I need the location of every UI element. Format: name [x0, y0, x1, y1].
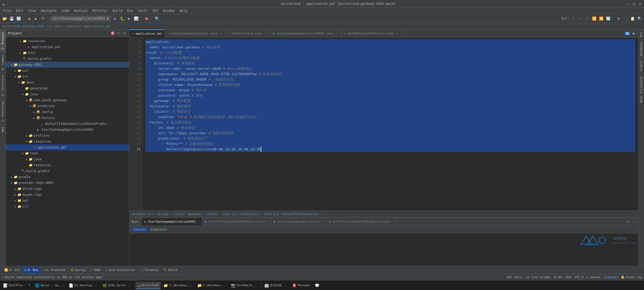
- tree-item-profiles[interactable]: ▶ 📁 profiles: [6, 133, 129, 139]
- tree-item-config[interactable]: ▶ 📦 config: [6, 109, 129, 115]
- tree-item-buildgradle1[interactable]: 🔨 build.gradle: [6, 56, 129, 62]
- tree-item-gradle1[interactable]: ▶ 📁 gradle: [6, 174, 129, 180]
- sc-predicates[interactable]: predicates:: [241, 212, 261, 216]
- run-content[interactable]: [129, 233, 638, 266]
- tree-item-comyootk[interactable]: ▼ 📦 com.yootk.gateway: [6, 97, 129, 103]
- stop-btn[interactable]: ⏹: [144, 16, 149, 21]
- status-event-log[interactable]: 🔔 Event Log: [621, 276, 642, 279]
- run-tab-start-gateway[interactable]: ▶ StartGatewayApplication9501 ×: [142, 218, 202, 226]
- back-btn[interactable]: ◀: [26, 16, 32, 21]
- status-encoding[interactable]: UTF-8: [575, 276, 584, 279]
- breadcrumb-microcloud[interactable]: microcloud: [2, 24, 20, 28]
- breadcrumb-resources[interactable]: resources: [65, 24, 81, 28]
- tab-route-predicate[interactable]: ☕ RoutePredicateFactory.java ×: [342, 30, 402, 37]
- tree-item-buildgradle2[interactable]: 🔨 build.gradle: [6, 168, 129, 174]
- tool-tab-spring[interactable]: 🌿 Spring: [68, 267, 88, 274]
- menu-code[interactable]: Code: [59, 8, 71, 13]
- menu-refactor[interactable]: Refactor: [90, 8, 110, 13]
- taskbar-techsmith[interactable]: 📸 TechSmith...: [229, 282, 260, 289]
- search-everywhere-btn[interactable]: 🔍: [154, 16, 160, 21]
- tree-item-java1[interactable]: ▼ 📁 java: [6, 91, 129, 97]
- run-console-tab[interactable]: Console: [131, 227, 148, 232]
- tab-create-gateway[interactable]: ☕ CreateGatewayDatetime.java ×: [165, 30, 226, 37]
- tab-idept-service[interactable]: ☕ IDeptService.java ×: [226, 30, 270, 37]
- breadcrumb-main[interactable]: main: [55, 24, 62, 28]
- tree-item-factory[interactable]: ▶ 📦 factory: [6, 115, 129, 121]
- menu-help[interactable]: Help: [177, 8, 189, 13]
- tree-item-gateway9501[interactable]: ▼ 📁 gateway-9501: [6, 62, 129, 68]
- tree-item-appyml2[interactable]: ⚙ application.yml: [6, 144, 129, 150]
- tree-item-main1[interactable]: ▼ 📁 main: [6, 79, 129, 85]
- taskbar-editplus[interactable]: 📝 EditPlus - 1: [1, 282, 32, 289]
- tree-item-out2[interactable]: ▶ 📁 out: [6, 198, 129, 204]
- taskbar-windows2[interactable]: 📁 C:\Windows...: [195, 282, 228, 289]
- sc-document[interactable]: Document 1/1: [132, 212, 153, 216]
- git-push-btn[interactable]: ✓: [577, 16, 583, 21]
- tree-item-java2[interactable]: ▶ 📁 java: [6, 156, 129, 162]
- tree-item-startgateway[interactable]: ▶ StartGatewayApplication9501: [6, 127, 129, 133]
- tab-close-btn[interactable]: ×: [395, 32, 399, 35]
- git-commit-btn[interactable]: ✓: [570, 16, 576, 21]
- debug-btn[interactable]: 🐛: [119, 16, 125, 21]
- status-cursor[interactable]: 24:60: [553, 276, 562, 279]
- save-btn[interactable]: 💾: [9, 16, 14, 21]
- profile-btn[interactable]: 📊: [133, 16, 139, 21]
- git-branch-btn[interactable]: 🔀: [591, 16, 597, 21]
- build-btn[interactable]: ▶: [112, 16, 118, 21]
- run-tab-close-btn[interactable]: ×: [267, 220, 269, 223]
- tool-tab-todo[interactable]: ✓ TODO: [88, 267, 103, 274]
- taskbar-muyan[interactable]: 🏢 沐言科技...: [262, 282, 289, 289]
- run-settings-btn[interactable]: ⚙: [626, 219, 631, 224]
- sc-gateway[interactable]: gateway:: [188, 212, 202, 216]
- tool-tab-problems[interactable]: ⚠ 6: Problems: [41, 267, 67, 274]
- taskbar-nacos[interactable]: 🌐 Nacos - Go...: [33, 282, 66, 289]
- taskbar-microcloud[interactable]: ☁ microcloud: [136, 282, 161, 289]
- tree-item-resources1[interactable]: ▶ 📁 resources: [6, 38, 129, 44]
- tab-application-yml[interactable]: ⚙ application.yml: [129, 30, 165, 37]
- status-chars[interactable]: 748 chars, 23 line breaks: [506, 276, 551, 279]
- tree-item-test1[interactable]: ▶ 📁 test: [6, 50, 129, 56]
- locate-btn[interactable]: 🎯: [110, 31, 115, 36]
- tree-item-provider-dept[interactable]: ▼ 📁 provider-dept-8001: [6, 180, 129, 186]
- menu-navigate[interactable]: Navigate: [39, 8, 59, 13]
- breadcrumb-src[interactable]: src: [47, 24, 52, 28]
- side-tab-ant[interactable]: Ant: [638, 30, 644, 39]
- run-tab-provider8003[interactable]: ▶ StartProviderDept8003Application ×: [326, 218, 396, 226]
- run-config-selector[interactable]: StartGatewayApplication9501 ▼: [50, 16, 111, 21]
- sc-defaulttime[interactable]: DefaultTimeSubsectio...: [283, 212, 323, 216]
- refresh-btn[interactable]: 🔄: [605, 16, 611, 21]
- run-btn2[interactable]: ▶: [126, 16, 132, 21]
- run-tab-close-btn[interactable]: ×: [391, 220, 393, 223]
- tree-item-muyan-logs[interactable]: ▶ 📁 muyan-logs: [6, 192, 129, 198]
- sc-item1[interactable]: Item 1/1: [223, 212, 237, 216]
- tool-tab-git[interactable]: 🔀 9: Git: [2, 267, 22, 274]
- menu-analyze[interactable]: Analyze: [72, 8, 90, 13]
- side-tab-project[interactable]: 1: Project: [0, 30, 6, 52]
- forward-btn[interactable]: ▶: [33, 16, 39, 21]
- menu-edit[interactable]: Edit: [14, 8, 26, 13]
- recent-btn[interactable]: ⏱: [40, 16, 46, 21]
- code-editor[interactable]: application: name: microcloud.gateway # …: [143, 38, 638, 211]
- side-tab-web[interactable]: Web: [0, 124, 6, 134]
- run-endpoints-tab[interactable]: Endpoints: [149, 227, 169, 232]
- tab-close-btn[interactable]: ×: [219, 32, 223, 35]
- status-crlf[interactable]: CRLF: [565, 276, 572, 279]
- tree-item-resources2[interactable]: ▼ 📁 resources: [6, 139, 129, 144]
- tree-item-defaulttime[interactable]: ☕ DefaultTimeSubsectionRoutePredic...: [6, 121, 129, 127]
- side-tab-database[interactable]: Database: [638, 39, 644, 58]
- menu-file[interactable]: File: [1, 8, 13, 13]
- taskbar-wechat[interactable]: 💬: [313, 282, 321, 289]
- terminal-btn[interactable]: ⬛: [623, 16, 628, 21]
- breadcrumb-file[interactable]: application.yml: [84, 24, 111, 28]
- settings-btn[interactable]: ⚙: [616, 16, 621, 21]
- close-btn[interactable]: ✕: [638, 2, 642, 6]
- tree-item-appyml1[interactable]: ⚙ application.yml: [6, 44, 129, 50]
- maximize-btn[interactable]: □: [632, 2, 636, 6]
- taskbar-spring[interactable]: 🌿 0206_Sprin...: [100, 282, 133, 289]
- minimize-btn[interactable]: —: [626, 2, 630, 6]
- sync-btn[interactable]: 🔄: [16, 16, 21, 21]
- side-tab-commit[interactable]: 0: Commit: [0, 52, 6, 73]
- tab-close-btn[interactable]: ×: [264, 32, 267, 35]
- sc-item2[interactable]: Item 2/2: [264, 212, 279, 216]
- tool-tab-java-enterprise[interactable]: ☕ Java Enterprise: [103, 267, 137, 274]
